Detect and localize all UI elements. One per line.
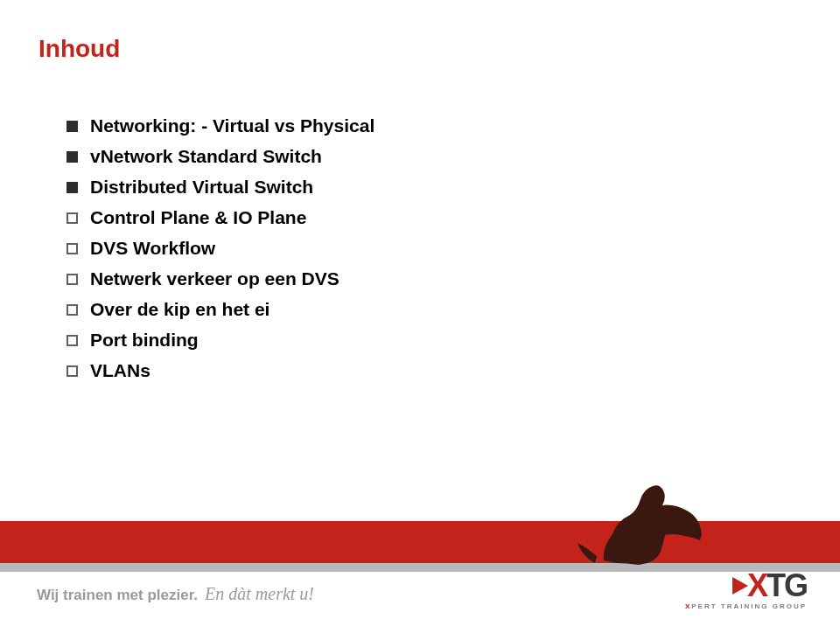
page-title: Inhoud [38, 35, 120, 63]
bullet-icon [66, 121, 78, 132]
logo-text: XTG [747, 570, 807, 602]
logo: XTG XPERT TRAINING GROUP [685, 570, 807, 610]
bullet-icon [66, 182, 78, 193]
arrow-icon [732, 577, 748, 595]
list-item-label: VLANs [90, 360, 150, 381]
bullet-icon [66, 243, 78, 254]
bullet-icon [66, 151, 78, 163]
list-item-label: Netwerk verkeer op een DVS [90, 268, 340, 289]
tagline-italic: En dàt merkt u! [205, 584, 314, 604]
tagline-bold: Wij trainen met plezier. [37, 587, 198, 604]
bullet-icon [66, 212, 78, 224]
tagline: Wij trainen met plezier. En dàt merkt u! [37, 584, 314, 604]
slide: Inhoud Networking: - Virtual vs Physical… [0, 0, 840, 626]
list-item: vNetwork Standard Switch [66, 146, 784, 167]
person-silhouette-icon [569, 460, 709, 565]
list-item-label: Port binding [90, 330, 199, 351]
list-item: Control Plane & IO Plane [66, 207, 784, 228]
list-item: Netwerk verkeer op een DVS [66, 268, 784, 289]
list-item-label: Distributed Virtual Switch [90, 177, 313, 198]
logo-subtext: XPERT TRAINING GROUP [685, 602, 807, 610]
content-list: Networking: - Virtual vs Physical vNetwo… [66, 115, 784, 391]
logo-mark: XTG [685, 570, 807, 602]
footer: Wij trainen met plezier. En dàt merkt u!… [0, 512, 840, 626]
list-item-label: vNetwork Standard Switch [90, 146, 322, 167]
bullet-icon [66, 335, 78, 346]
list-item: VLANs [66, 360, 784, 381]
bullet-icon [66, 365, 78, 377]
list-item-label: Over de kip en het ei [90, 299, 270, 320]
list-item: DVS Workflow [66, 238, 784, 259]
footer-red-band [0, 521, 840, 563]
list-item: Over de kip en het ei [66, 299, 784, 320]
list-item-label: DVS Workflow [90, 238, 215, 259]
bullet-icon [66, 304, 78, 316]
list-item-label: Networking: - Virtual vs Physical [90, 115, 374, 136]
list-item: Networking: - Virtual vs Physical [66, 115, 784, 136]
list-item: Distributed Virtual Switch [66, 177, 784, 198]
list-item: Port binding [66, 330, 784, 351]
bullet-icon [66, 274, 78, 285]
list-item-label: Control Plane & IO Plane [90, 207, 306, 228]
